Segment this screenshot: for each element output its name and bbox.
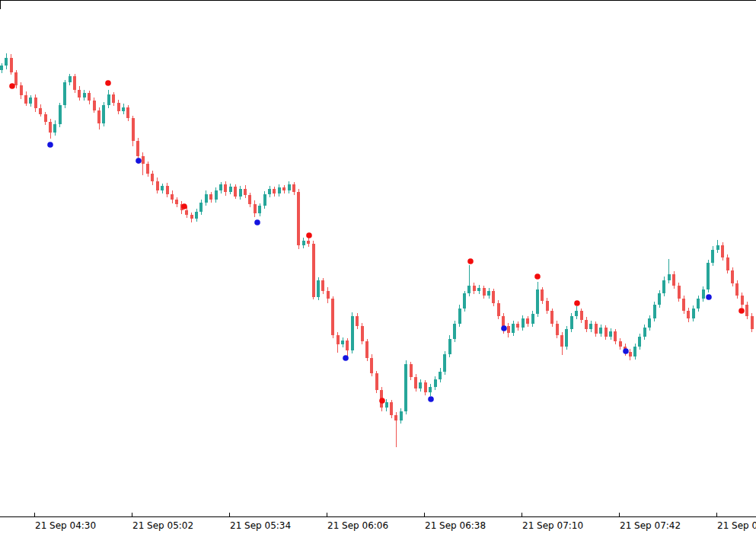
candle-body xyxy=(716,245,719,250)
candle-body xyxy=(556,324,559,335)
bullish-candle xyxy=(102,102,105,126)
candle-body xyxy=(546,301,549,311)
bearish-candle xyxy=(248,193,251,207)
bullish-candle xyxy=(122,104,125,114)
bullish-candle xyxy=(434,376,437,390)
candle-body xyxy=(234,187,237,197)
candle-body xyxy=(331,299,334,335)
x-axis-label: 21 Sep 07:42 xyxy=(620,520,681,531)
bullish-candle xyxy=(429,384,432,396)
bearish-candle xyxy=(34,94,37,112)
bullish-candle xyxy=(633,344,636,360)
candle-body xyxy=(244,189,247,195)
candle-body xyxy=(278,187,281,193)
bearish-candle xyxy=(731,267,734,286)
bearish-candle xyxy=(414,374,417,392)
candle-body xyxy=(424,382,427,392)
bearish-candle xyxy=(595,321,598,337)
sell-signal-dot xyxy=(306,232,312,238)
bearish-candle xyxy=(497,300,500,319)
bullish-candle xyxy=(59,103,62,127)
bullish-candle xyxy=(443,351,446,375)
x-axis-label: 21 Sep 06:38 xyxy=(425,520,486,531)
candle-body xyxy=(400,411,403,420)
bearish-candle xyxy=(346,338,349,357)
bearish-candle xyxy=(254,200,257,217)
candle-body xyxy=(414,377,417,389)
candle-body xyxy=(643,328,646,337)
candle-body xyxy=(49,122,52,133)
candle-body xyxy=(516,324,519,328)
candle-body xyxy=(619,341,622,347)
bullish-candle xyxy=(107,90,110,108)
candle-body xyxy=(195,212,198,219)
candle-body xyxy=(678,286,681,299)
bullish-candle xyxy=(63,80,66,108)
bearish-candle xyxy=(39,104,42,117)
bullish-candle xyxy=(195,209,198,222)
candle-body xyxy=(199,203,203,212)
bearish-candle xyxy=(175,197,178,207)
candle-body xyxy=(570,316,573,329)
candle-body xyxy=(78,90,81,98)
bearish-candle xyxy=(49,119,52,139)
bearish-candle xyxy=(678,283,681,302)
candle-body xyxy=(658,293,661,305)
candle-body xyxy=(404,364,407,411)
bullish-candle xyxy=(215,187,218,203)
x-axis-label: 21 Sep 07:10 xyxy=(522,520,583,531)
bearish-candle xyxy=(619,338,622,350)
candle-body xyxy=(205,194,208,203)
candle-body xyxy=(126,107,129,118)
candle-body xyxy=(390,402,393,415)
candle-body xyxy=(161,186,164,190)
bullish-candle xyxy=(522,315,525,331)
candle-body xyxy=(458,309,461,324)
candle-body xyxy=(10,58,13,72)
bearish-candle xyxy=(614,329,617,344)
bearish-candle xyxy=(687,308,690,322)
bearish-candle xyxy=(190,213,193,222)
bearish-candle xyxy=(146,161,149,177)
sell-signal-dot xyxy=(534,273,541,280)
candle-body xyxy=(63,82,66,105)
candle-body xyxy=(263,194,266,206)
bullish-candle xyxy=(161,184,164,193)
candle-body xyxy=(69,76,72,82)
bearish-candle xyxy=(492,289,495,306)
candle-body xyxy=(672,274,675,286)
candle-body xyxy=(473,286,476,291)
bullish-candle xyxy=(219,182,222,193)
candle-body xyxy=(497,303,500,316)
candle-body xyxy=(73,76,76,90)
bullish-candle xyxy=(448,335,451,357)
candle-body xyxy=(312,244,315,297)
x-axis-label: 21 Sep 05:02 xyxy=(132,520,193,531)
candle-body xyxy=(59,105,62,124)
bullish-candle xyxy=(439,368,442,382)
candle-body xyxy=(215,190,218,200)
bullish-candle xyxy=(643,325,646,340)
bullish-candle xyxy=(565,326,568,350)
buy-signal-dot xyxy=(501,325,507,331)
candle-body xyxy=(502,316,505,326)
bearish-candle xyxy=(117,100,120,114)
candle-body xyxy=(483,288,486,296)
candle-body xyxy=(609,331,612,337)
candle-body xyxy=(24,95,27,104)
candle-body xyxy=(14,72,18,85)
bearish-candle xyxy=(166,183,169,197)
bearish-candle xyxy=(560,332,563,355)
candle-body xyxy=(151,174,154,181)
candle-body xyxy=(317,280,320,297)
candle-body xyxy=(282,187,285,190)
bearish-candle xyxy=(312,241,315,299)
candle-body xyxy=(653,305,656,318)
bearish-candle xyxy=(331,296,334,338)
x-axis-label: 21 Sep 04:30 xyxy=(35,520,96,531)
bearish-candle xyxy=(370,354,373,376)
bullish-candle xyxy=(69,74,72,85)
bearish-candle xyxy=(526,316,529,327)
candle-body xyxy=(648,318,651,328)
bearish-candle xyxy=(73,74,76,93)
